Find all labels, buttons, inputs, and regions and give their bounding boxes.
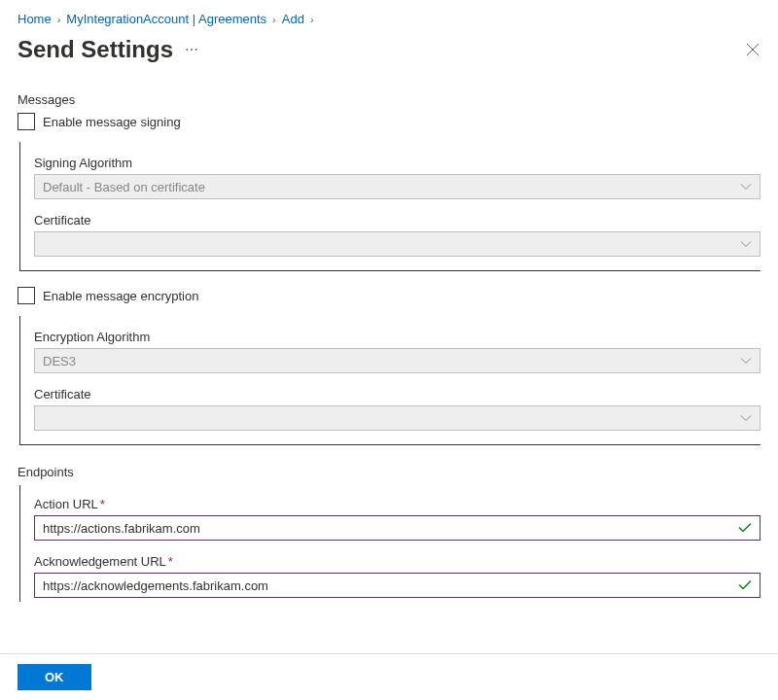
enable-signing-checkbox[interactable] [18, 113, 35, 130]
more-actions-icon[interactable]: ⋯ [185, 42, 199, 57]
signing-group: Signing Algorithm Default - Based on cer… [19, 142, 760, 271]
encryption-group: Encryption Algorithm DES3 Certificate [19, 316, 760, 445]
enable-signing-label: Enable message signing [43, 115, 181, 129]
endpoints-heading: Endpoints [18, 465, 760, 479]
encryption-certificate-label: Certificate [34, 387, 760, 402]
encryption-algorithm-label: Encryption Algorithm [34, 330, 760, 344]
signing-certificate-select[interactable] [34, 231, 760, 257]
enable-encryption-checkbox[interactable] [18, 287, 35, 304]
encryption-algorithm-value: DES3 [43, 354, 76, 368]
endpoints-group: Action URL* https://actions.fabrikam.com… [19, 485, 760, 602]
ack-url-value: https://acknowledgements.fabrikam.com [43, 578, 268, 593]
ok-button[interactable]: OK [18, 664, 91, 690]
chevron-down-icon [740, 411, 752, 426]
action-url-input[interactable]: https://actions.fabrikam.com [34, 515, 760, 541]
breadcrumb-add[interactable]: Add [282, 12, 304, 26]
action-url-value: https://actions.fabrikam.com [43, 521, 200, 536]
signing-algorithm-value: Default - Based on certificate [43, 180, 205, 194]
chevron-right-icon: › [310, 14, 314, 25]
ack-url-label: Acknowledgement URL* [34, 554, 760, 569]
chevron-down-icon [740, 237, 752, 252]
signing-algorithm-select[interactable]: Default - Based on certificate [34, 174, 760, 199]
check-icon [738, 521, 752, 536]
messages-heading: Messages [18, 92, 760, 107]
breadcrumb: Home › MyIntegrationAccount | Agreements… [18, 12, 760, 26]
check-icon [738, 578, 752, 593]
encryption-certificate-select[interactable] [34, 405, 760, 431]
ack-url-input[interactable]: https://acknowledgements.fabrikam.com [34, 573, 760, 598]
breadcrumb-home[interactable]: Home [18, 12, 52, 26]
chevron-right-icon: › [57, 14, 61, 25]
encryption-algorithm-select[interactable]: DES3 [34, 348, 760, 373]
chevron-down-icon [740, 180, 752, 194]
breadcrumb-integration-account[interactable]: MyIntegrationAccount | Agreements [66, 12, 266, 26]
action-url-label: Action URL* [34, 497, 760, 511]
page-title: Send Settings [18, 36, 173, 63]
signing-certificate-label: Certificate [34, 213, 760, 228]
enable-encryption-label: Enable message encryption [43, 289, 198, 303]
chevron-right-icon: › [272, 14, 276, 25]
chevron-down-icon [740, 354, 752, 368]
footer: OK [0, 653, 778, 700]
signing-algorithm-label: Signing Algorithm [34, 156, 760, 170]
close-icon[interactable] [745, 42, 760, 57]
